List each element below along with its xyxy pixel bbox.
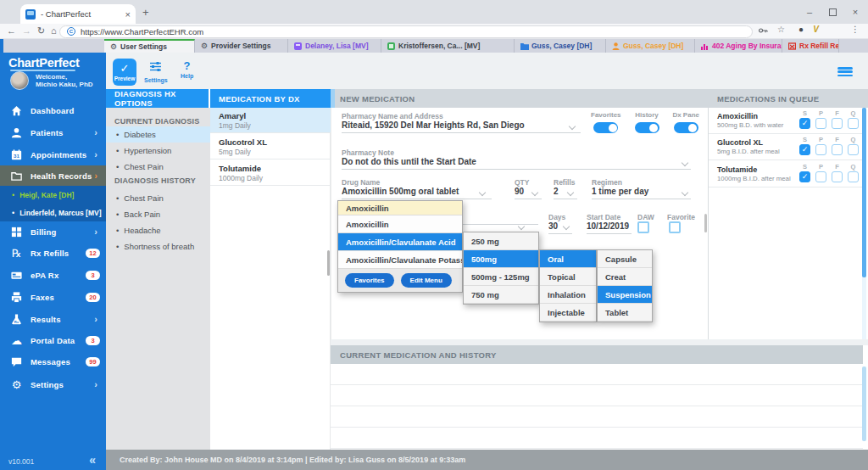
- history-toggle[interactable]: History: [635, 111, 659, 133]
- pharmacy-note-select[interactable]: Do not do this until the Start Date: [342, 157, 691, 170]
- dropdown-option-selected[interactable]: Oral: [540, 250, 596, 268]
- reload-icon[interactable]: ↻: [37, 25, 45, 36]
- bookmark-star-icon[interactable]: ☆: [777, 25, 785, 34]
- med-item-amaryl[interactable]: Amaryl 1mg Daily: [210, 108, 331, 133]
- days-select[interactable]: 30: [548, 221, 572, 234]
- history-scrollbar[interactable]: [862, 366, 866, 441]
- tab-patient-guss-folder[interactable]: Guss, Casey [DH]: [515, 39, 606, 53]
- open-patient-linderfeld[interactable]: • Linderfeld, Marcus [MV]: [0, 204, 106, 221]
- browser-tab[interactable]: - ChartPerfect ×: [20, 4, 136, 24]
- dropdown-option-selected[interactable]: 500mg: [464, 250, 538, 268]
- dropdown-option[interactable]: Topical: [540, 268, 596, 286]
- favorites-button[interactable]: Favorites: [345, 273, 394, 288]
- dropdown-option[interactable]: Creat: [598, 268, 652, 286]
- diagnosis-item-hypertension[interactable]: • Hypertension: [106, 143, 210, 159]
- home-icon[interactable]: ⌂: [51, 25, 57, 36]
- settings-button[interactable]: Settings: [144, 60, 168, 83]
- dropdown-option[interactable]: 750 mg: [464, 286, 538, 304]
- extension-circle-icon[interactable]: ●: [798, 25, 804, 34]
- s-checkbox[interactable]: ✓: [799, 118, 810, 129]
- toggle-on-icon[interactable]: [593, 122, 618, 133]
- dropdown-option[interactable]: Capsule: [598, 250, 652, 268]
- f-checkbox[interactable]: [832, 144, 843, 155]
- help-button[interactable]: ? Help: [181, 60, 193, 79]
- forward-icon[interactable]: →: [22, 25, 31, 36]
- sidebar-item-patients[interactable]: Patients ›: [0, 122, 106, 143]
- medcol-scrollbar[interactable]: [327, 250, 330, 276]
- sidebar-item-appointments[interactable]: 31 Appointments ›: [0, 144, 106, 165]
- tab-close-icon[interactable]: ×: [125, 9, 131, 20]
- p-checkbox[interactable]: [815, 171, 826, 182]
- dx-pane-toggle[interactable]: Dx Pane: [672, 111, 699, 133]
- window-maximize-button[interactable]: [820, 0, 845, 24]
- favorite-checkbox[interactable]: [669, 221, 681, 233]
- f-checkbox[interactable]: [832, 118, 843, 129]
- f-checkbox[interactable]: [832, 171, 843, 182]
- dropdown-option[interactable]: Inhalation: [540, 286, 596, 304]
- history-item-chest-pain[interactable]: • Chest Pain: [106, 190, 210, 206]
- history-item-shortness-of-breath[interactable]: • Shortness of breath: [106, 238, 210, 255]
- p-checkbox[interactable]: [815, 118, 826, 129]
- diagnosis-item-chest-pain[interactable]: • Chest Pain: [106, 159, 210, 175]
- tab-aging-report[interactable]: 402 Aging By Insurance: [695, 39, 782, 53]
- dropdown-option[interactable]: Amoxicillin/Clavulanate Potassium: [338, 251, 462, 269]
- toggle-on-icon[interactable]: [674, 122, 698, 133]
- extension-v-icon[interactable]: V: [813, 25, 819, 34]
- s-checkbox[interactable]: ✓: [799, 144, 810, 155]
- drug-name-select[interactable]: Amoxicillin 500mg oral tablet: [342, 187, 492, 199]
- sidebar-item-epa-rx[interactable]: ePA Rx 3: [0, 265, 106, 285]
- sidebar-item-dashboard[interactable]: Dashboard: [0, 100, 106, 120]
- sidebar-item-health-records[interactable]: Health Records ›: [0, 165, 106, 186]
- queue-row-tolutamide[interactable]: Tolutamide 1000mg B.I.D. after meal S✓ P…: [709, 161, 864, 187]
- refills-select[interactable]: 2: [554, 187, 577, 199]
- browser-menu-icon[interactable]: ⋮: [851, 25, 860, 34]
- sidebar-item-results[interactable]: Rx Results ›: [0, 309, 106, 329]
- queue-row-amoxicillin[interactable]: Amoxicillin 500mg B.D. with water S✓ P F…: [709, 108, 864, 134]
- tab-patient-delaney[interactable]: Delaney, Lisa [MV]: [288, 39, 381, 53]
- sidebar-item-faxes[interactable]: Faxes 20: [0, 287, 106, 307]
- toggle-on-icon[interactable]: [635, 122, 659, 133]
- window-close-button[interactable]: ×: [843, 0, 868, 24]
- tab-rx-refill-requests[interactable]: Rx Refill Requests: [782, 39, 839, 53]
- form-scrollbar[interactable]: [704, 214, 707, 232]
- pharmacy-select[interactable]: Riteaid, 15920 Del Mar Heights Rd, San D…: [342, 120, 581, 133]
- preview-button[interactable]: ✓ Preview: [113, 59, 136, 86]
- dropdown-option-filter[interactable]: Amoxicillin: [338, 201, 462, 215]
- daw-checkbox[interactable]: [637, 221, 649, 233]
- dropdown-option[interactable]: Injectable: [540, 304, 596, 322]
- p-checkbox[interactable]: [815, 144, 826, 155]
- queue-row-glucotrol[interactable]: Glucotrol XL 5mg B.I.D. after meal S✓ P …: [709, 134, 864, 160]
- queue-scrollbar[interactable]: [862, 108, 866, 277]
- med-item-tolutamide[interactable]: Tolutamide 1000mg Daily: [210, 160, 331, 186]
- q-checkbox[interactable]: [848, 118, 859, 129]
- dropdown-option[interactable]: 500mg - 125mg: [464, 268, 538, 286]
- start-date-field[interactable]: 10/12/2019: [587, 221, 632, 234]
- q-checkbox[interactable]: [848, 171, 859, 182]
- tab-user-settings[interactable]: ⚙ User Settings: [104, 39, 195, 53]
- open-patient-heigl[interactable]: • Heigl, Kate [DH]: [0, 186, 106, 204]
- history-item-back-pain[interactable]: • Back Pain: [106, 206, 210, 222]
- sidebar-collapse-button[interactable]: «: [89, 453, 96, 467]
- edit-menu-button[interactable]: Edit Menu: [401, 273, 452, 288]
- regimen-select[interactable]: 1 time per day: [592, 187, 691, 199]
- med-item-glucotrol[interactable]: Glucotrol XL 5mg Daily: [210, 134, 331, 159]
- address-bar[interactable]: C https://www.ChartPerfectEHR.com: [59, 25, 753, 38]
- dropdown-option[interactable]: 250 mg: [464, 232, 538, 250]
- tab-provider-settings[interactable]: ⚙ Provider Settings: [195, 39, 288, 53]
- favorites-toggle[interactable]: Favorites: [591, 111, 621, 133]
- tab-patient-guss-person[interactable]: Guss, Casey [DH]: [606, 39, 695, 53]
- sidebar-item-portal-data[interactable]: ☁ Portal Data 3: [0, 330, 106, 350]
- hamburger-menu-icon[interactable]: [837, 67, 853, 76]
- back-icon[interactable]: ←: [7, 25, 16, 36]
- dropdown-option-selected[interactable]: Suspension: [598, 286, 652, 304]
- sidebar-item-settings[interactable]: ⚙ Settings ›: [0, 374, 106, 394]
- password-key-icon[interactable]: [759, 27, 768, 34]
- sidebar-item-billing[interactable]: Billing ›: [0, 221, 106, 242]
- tab-patient-kristoffersen[interactable]: Kristoffersen, Ca... [MV]: [381, 39, 515, 53]
- q-checkbox[interactable]: [848, 144, 859, 155]
- history-item-headache[interactable]: • Headache: [106, 222, 210, 238]
- dropdown-option[interactable]: Tablet: [598, 304, 652, 322]
- diagnosis-item-diabetes[interactable]: • Diabetes: [106, 126, 210, 143]
- dropdown-option[interactable]: Amoxicillin: [338, 215, 462, 233]
- sidebar-item-rx-refills[interactable]: ℞ Rx Refills 12: [0, 243, 106, 263]
